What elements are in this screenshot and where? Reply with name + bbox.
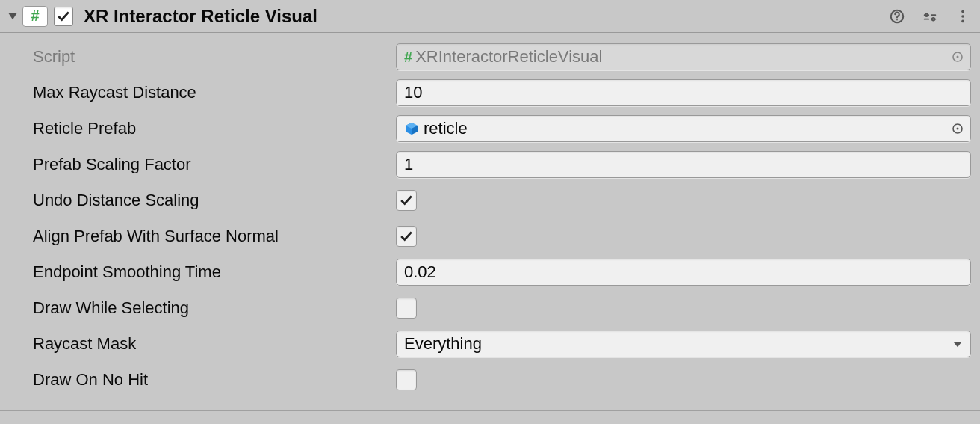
label-prefab-scaling-factor: Prefab Scaling Factor (33, 155, 390, 174)
label-align-prefab: Align Prefab With Surface Normal (33, 227, 390, 246)
label-undo-distance-scaling: Undo Distance Scaling (33, 191, 390, 210)
row-draw-while-selecting: Draw While Selecting (33, 290, 971, 326)
label-endpoint-smoothing-time: Endpoint Smoothing Time (33, 262, 390, 282)
row-raycast-mask: Raycast Mask Everything (33, 326, 971, 362)
header-icons (887, 7, 973, 26)
presets-icon[interactable] (920, 7, 940, 26)
input-max-raycast-distance[interactable]: 10 (396, 79, 971, 106)
row-max-raycast-distance: Max Raycast Distance 10 (33, 75, 971, 111)
label-draw-while-selecting: Draw While Selecting (33, 298, 390, 318)
help-icon[interactable] (887, 7, 907, 26)
row-draw-on-no-hit: Draw On No Hit (33, 362, 971, 398)
row-undo-distance-scaling: Undo Distance Scaling (33, 182, 971, 218)
svg-point-4 (961, 10, 964, 13)
object-picker-icon (949, 49, 966, 65)
component-enabled-checkbox[interactable] (54, 7, 73, 26)
component-header: # XR Interactor Reticle Visual (0, 0, 980, 33)
row-reticle-prefab: Reticle Prefab reticle (33, 111, 971, 147)
row-align-prefab-with-surface-normal: Align Prefab With Surface Normal (33, 218, 971, 254)
row-endpoint-smoothing-time: Endpoint Smoothing Time 0.02 (33, 254, 971, 290)
object-picker-icon[interactable] (949, 120, 966, 137)
dropdown-raycast-mask[interactable]: Everything (396, 331, 971, 357)
raycast-mask-value: Everything (404, 334, 482, 354)
script-field: # XRInteractorReticleVisual (396, 43, 971, 70)
input-prefab-scaling-factor[interactable]: 1 (396, 151, 971, 178)
input-endpoint-smoothing-time[interactable]: 0.02 (396, 259, 971, 286)
row-prefab-scaling-factor: Prefab Scaling Factor 1 (33, 147, 971, 182)
field-reticle-prefab[interactable]: reticle (396, 115, 971, 142)
component-title: XR Interactor Reticle Visual (84, 6, 887, 27)
menu-icon[interactable] (953, 7, 973, 26)
row-script: Script # XRInteractorReticleVisual (33, 39, 971, 75)
component-body: Script # XRInteractorReticleVisual Max R… (0, 33, 980, 410)
svg-point-10 (957, 128, 959, 130)
foldout-toggle[interactable] (6, 10, 19, 23)
script-name: XRInteractorReticleVisual (415, 47, 602, 67)
checkbox-draw-while-selecting[interactable] (396, 298, 417, 319)
label-draw-on-no-hit: Draw On No Hit (33, 370, 390, 390)
svg-point-1 (896, 19, 898, 20)
script-icon: # (22, 6, 48, 27)
label-script: Script (33, 47, 390, 67)
checkbox-draw-on-no-hit[interactable] (396, 369, 417, 390)
svg-point-5 (961, 15, 964, 18)
chevron-down-icon (952, 334, 963, 354)
checkbox-align-prefab[interactable] (396, 226, 417, 247)
svg-point-8 (957, 56, 959, 58)
label-max-raycast-distance: Max Raycast Distance (33, 83, 390, 102)
reticle-prefab-name: reticle (424, 119, 468, 138)
hash-icon: # (404, 49, 412, 66)
label-reticle-prefab: Reticle Prefab (33, 119, 390, 138)
checkbox-undo-distance-scaling[interactable] (396, 190, 417, 211)
label-raycast-mask: Raycast Mask (33, 334, 390, 354)
svg-point-6 (961, 19, 964, 22)
component-inspector: # XR Interactor Reticle Visual Script # (0, 0, 980, 411)
prefab-icon (404, 121, 419, 136)
